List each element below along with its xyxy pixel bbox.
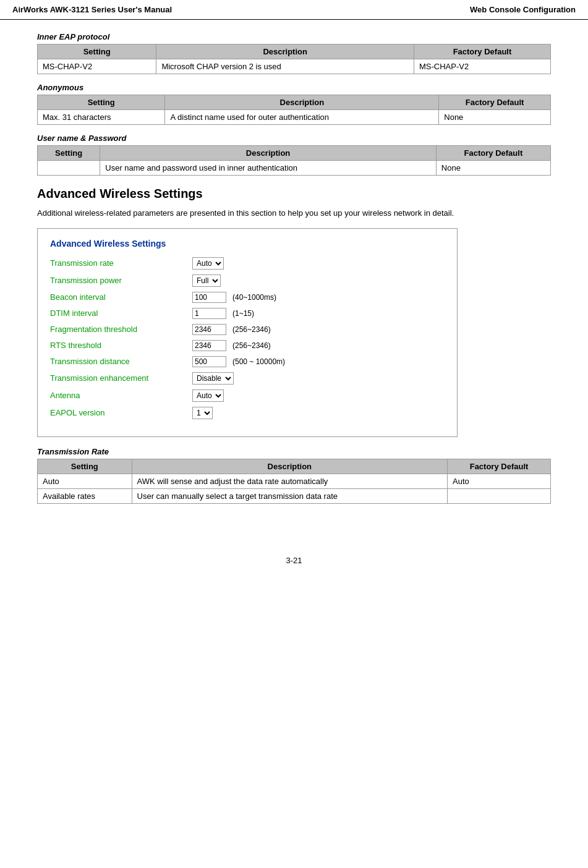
col-factory-tr: Factory Default [448,459,551,474]
control-transmission-distance: (500 ~ 10000m) [192,356,285,367]
label-transmission-power: Transmission power [50,276,192,285]
username-password-table: Setting Description Factory Default User… [37,145,551,176]
hint-fragmentation-threshold: (256~2346) [232,325,271,334]
select-transmission-power[interactable]: Full [192,274,221,287]
control-eapol-version: 1 2 [192,407,213,419]
control-beacon-interval: (40~1000ms) [192,292,276,303]
field-dtim-interval: DTIM interval (1~15) [50,308,445,319]
username-password-section: User name & Password Setting Description… [37,134,551,176]
table-row: Available rates User can manually select… [38,488,551,503]
field-transmission-enhancement: Transmission enhancement Disable Enable [50,372,445,385]
cell-desc: User name and password used in inner aut… [100,161,437,176]
control-antenna: Auto [192,389,224,402]
field-antenna: Antenna Auto [50,389,445,402]
transmission-rate-section: Transmission Rate Setting Description Fa… [37,447,551,504]
cell-setting: Auto [38,474,132,488]
label-antenna: Antenna [50,391,192,400]
col-factory-3: Factory Default [436,146,550,161]
header-left: AirWorks AWK-3121 Series User's Manual [12,5,172,14]
label-transmission-rate: Transmission rate [50,258,192,268]
col-desc-3: Description [100,146,437,161]
control-rts-threshold: (256~2346) [192,340,271,351]
label-rts-threshold: RTS threshold [50,341,192,350]
col-setting-1: Setting [38,45,156,59]
inner-eap-section: Inner EAP protocol Setting Description F… [37,32,551,74]
inner-eap-table: Setting Description Factory Default MS-C… [37,44,551,74]
page-footer: 3-21 [0,550,588,571]
input-beacon-interval[interactable] [192,292,226,303]
cell-factory: None [439,110,551,125]
transmission-rate-label: Transmission Rate [37,447,551,456]
control-dtim-interval: (1~15) [192,308,254,319]
field-transmission-distance: Transmission distance (500 ~ 10000m) [50,356,445,367]
advanced-settings-box: Advanced Wireless Settings Transmission … [37,228,458,437]
col-factory-2: Factory Default [439,95,551,110]
select-antenna[interactable]: Auto [192,389,224,402]
input-fragmentation-threshold[interactable] [192,324,226,335]
control-fragmentation-threshold: (256~2346) [192,324,271,335]
cell-desc: Microsoft CHAP version 2 is used [156,59,414,74]
hint-beacon-interval: (40~1000ms) [232,293,276,302]
cell-factory: Auto [448,474,551,488]
anonymous-table: Setting Description Factory Default Max.… [37,95,551,125]
field-transmission-power: Transmission power Full [50,274,445,287]
input-dtim-interval[interactable] [192,308,226,319]
col-setting-3: Setting [38,146,100,161]
col-setting-2: Setting [38,95,165,110]
cell-desc: A distinct name used for outer authentic… [165,110,439,125]
page-number: 3-21 [286,556,302,565]
table-row: User name and password used in inner aut… [38,161,551,176]
control-transmission-enhancement: Disable Enable [192,372,234,385]
header-right: Web Console Configuration [470,5,576,14]
advanced-section-title: Advanced Wireless Settings [37,187,551,201]
cell-setting: Max. 31 characters [38,110,165,125]
cell-desc: User can manually select a target transm… [132,488,448,503]
col-desc-1: Description [156,45,414,59]
label-beacon-interval: Beacon interval [50,292,192,302]
cell-factory: None [436,161,550,176]
hint-transmission-distance: (500 ~ 10000m) [232,357,285,366]
select-transmission-enhancement[interactable]: Disable Enable [192,372,234,385]
cell-setting: MS-CHAP-V2 [38,59,156,74]
field-fragmentation-threshold: Fragmentation threshold (256~2346) [50,324,445,335]
hint-rts-threshold: (256~2346) [232,341,271,350]
col-desc-tr: Description [132,459,448,474]
col-factory-1: Factory Default [414,45,550,59]
field-eapol-version: EAPOL version 1 2 [50,407,445,419]
advanced-section-desc: Additional wireless-related parameters a… [37,207,551,219]
col-setting-tr: Setting [38,459,132,474]
advanced-box-title: Advanced Wireless Settings [50,239,445,249]
hint-dtim-interval: (1~15) [232,309,254,318]
username-password-label: User name & Password [37,134,551,143]
label-dtim-interval: DTIM interval [50,308,192,318]
input-transmission-distance[interactable] [192,356,226,367]
cell-setting: Available rates [38,488,132,503]
field-transmission-rate: Transmission rate Auto [50,257,445,270]
col-desc-2: Description [165,95,439,110]
cell-setting [38,161,100,176]
field-rts-threshold: RTS threshold (256~2346) [50,340,445,351]
label-transmission-enhancement: Transmission enhancement [50,373,192,383]
transmission-rate-table: Setting Description Factory Default Auto… [37,459,551,504]
label-transmission-distance: Transmission distance [50,357,192,366]
label-eapol-version: EAPOL version [50,408,192,417]
inner-eap-label: Inner EAP protocol [37,32,551,41]
field-beacon-interval: Beacon interval (40~1000ms) [50,292,445,303]
table-row: Auto AWK will sense and adjust the data … [38,474,551,488]
select-eapol-version[interactable]: 1 2 [192,407,213,419]
cell-factory: MS-CHAP-V2 [414,59,550,74]
input-rts-threshold[interactable] [192,340,226,351]
select-transmission-rate[interactable]: Auto [192,257,224,270]
anonymous-label: Anonymous [37,83,551,92]
cell-factory [448,488,551,503]
anonymous-section: Anonymous Setting Description Factory De… [37,83,551,125]
cell-desc: AWK will sense and adjust the data rate … [132,474,448,488]
table-row: MS-CHAP-V2 Microsoft CHAP version 2 is u… [38,59,551,74]
table-row: Max. 31 characters A distinct name used … [38,110,551,125]
control-transmission-rate: Auto [192,257,224,270]
control-transmission-power: Full [192,274,221,287]
label-fragmentation-threshold: Fragmentation threshold [50,325,192,334]
